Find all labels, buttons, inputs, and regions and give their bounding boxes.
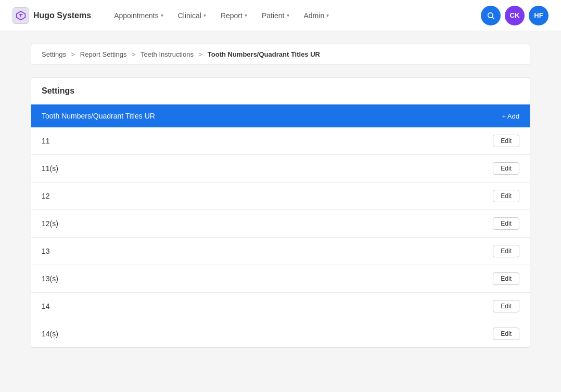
avatar-hf[interactable]: HF [529, 6, 549, 25]
edit-button[interactable]: Edit [493, 135, 519, 147]
navbar: Hugo Systems Appointments ▾ Clinical ▾ R… [0, 0, 561, 31]
breadcrumb: Settings > Report Settings > Teeth Instr… [31, 44, 530, 65]
brand-logo-icon [12, 7, 29, 24]
list-item-label: 13(s) [42, 275, 58, 283]
svg-point-3 [488, 12, 493, 17]
breadcrumb-sep-2: > [132, 50, 136, 58]
list-item: 11(s) Edit [31, 155, 530, 182]
list-item-label: 12 [42, 192, 50, 200]
nav-item-clinical[interactable]: Clinical ▾ [172, 7, 212, 24]
nav-item-appointments[interactable]: Appointments ▾ [108, 7, 170, 24]
edit-button[interactable]: Edit [493, 328, 519, 340]
list-item-label: 14(s) [42, 330, 58, 338]
nav-item-report[interactable]: Report ▾ [214, 7, 253, 24]
list-item: 13 Edit [31, 238, 530, 265]
list-item-label: 13 [42, 247, 50, 255]
list-item-label: 11(s) [42, 164, 58, 173]
edit-button[interactable]: Edit [493, 217, 519, 230]
list-item: 11 Edit [31, 127, 530, 155]
nav-item-patient[interactable]: Patient ▾ [256, 7, 296, 24]
chevron-down-icon: ▾ [161, 12, 163, 18]
chevron-down-icon: ▾ [326, 12, 329, 18]
svg-line-4 [492, 17, 494, 19]
nav-items: Appointments ▾ Clinical ▾ Report ▾ Patie… [108, 7, 481, 24]
settings-header: Settings [31, 78, 530, 104]
breadcrumb-current: Tooth Numbers/Quadrant Titles UR [208, 50, 320, 58]
active-item-bar: Tooth Numbers/Quadrant Titles UR + Add [31, 104, 530, 127]
breadcrumb-report-settings[interactable]: Report Settings [80, 50, 127, 58]
chevron-down-icon: ▾ [245, 12, 247, 18]
breadcrumb-settings[interactable]: Settings [42, 50, 66, 58]
list-item-label: 11 [42, 137, 50, 145]
edit-button[interactable]: Edit [493, 190, 519, 202]
brand-name: Hugo Systems [33, 11, 91, 20]
list-item-label: 12(s) [42, 219, 58, 228]
chevron-down-icon: ▾ [287, 12, 289, 18]
add-button[interactable]: + Add [502, 112, 519, 120]
navbar-right: CK HF [481, 6, 549, 25]
list-item: 14 Edit [31, 293, 530, 320]
list-item-label: 14 [42, 302, 50, 310]
list-item: 12 Edit [31, 182, 530, 210]
chevron-down-icon: ▾ [203, 12, 206, 18]
edit-button[interactable]: Edit [493, 300, 519, 312]
edit-button[interactable]: Edit [493, 272, 519, 285]
edit-button[interactable]: Edit [493, 162, 519, 175]
search-button[interactable] [481, 6, 501, 25]
settings-panel: Settings Tooth Numbers/Quadrant Titles U… [31, 77, 530, 348]
main-content: Settings > Report Settings > Teeth Instr… [10, 31, 551, 360]
breadcrumb-teeth-instructions[interactable]: Teeth Instructions [141, 50, 194, 58]
nav-item-admin[interactable]: Admin ▾ [298, 7, 336, 24]
list-item: 14(s) Edit [31, 320, 530, 347]
list-container: 11 Edit 11(s) Edit 12 Edit 12(s) Edit 13… [31, 127, 530, 347]
breadcrumb-sep-3: > [199, 50, 203, 58]
edit-button[interactable]: Edit [493, 245, 519, 257]
avatar-ck[interactable]: CK [505, 6, 525, 25]
active-item-title: Tooth Numbers/Quadrant Titles UR [42, 112, 155, 120]
breadcrumb-sep-1: > [71, 50, 75, 58]
list-item: 13(s) Edit [31, 265, 530, 293]
brand-logo-link[interactable]: Hugo Systems [12, 7, 91, 24]
list-item: 12(s) Edit [31, 210, 530, 238]
